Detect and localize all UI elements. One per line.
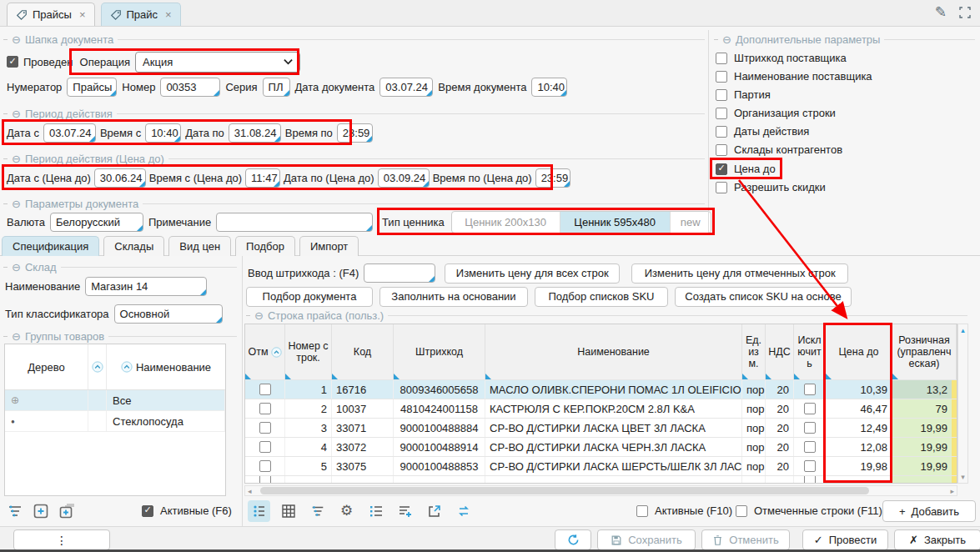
row-exclude-checkbox[interactable] (804, 441, 816, 453)
checkbox[interactable] (716, 126, 727, 138)
row-mark-checkbox[interactable] (259, 476, 271, 483)
horizontal-scrollbar[interactable]: ◂ ▸ (244, 485, 957, 496)
row-exclude-checkbox[interactable] (804, 460, 816, 472)
col-name[interactable]: Наименование (485, 324, 742, 379)
posted-checkbox[interactable] (7, 56, 18, 68)
open-external-icon[interactable] (423, 500, 445, 522)
settings-gear-icon[interactable]: ⚙ (335, 500, 358, 522)
row-mark-checkbox[interactable] (259, 441, 271, 453)
param-org-line[interactable]: Организация строки (716, 106, 836, 120)
numerator-field[interactable]: Прайсы (67, 78, 117, 97)
row-mark-checkbox[interactable] (259, 384, 271, 395)
sort-asc-icon[interactable] (88, 344, 107, 389)
date-from-pt-field[interactable]: 30.06.24 (94, 168, 146, 188)
scroll-left-icon[interactable]: ◂ (248, 487, 252, 495)
tab-import[interactable]: Импорт (299, 236, 359, 256)
repeat-icon[interactable] (452, 500, 475, 522)
col-barcode[interactable]: Штрихкод (394, 324, 485, 379)
save-button[interactable]: Сохранить (597, 529, 696, 550)
param-supplier-barcode[interactable]: Штрихкод поставщика (716, 51, 847, 65)
row-exclude-checkbox[interactable] (804, 384, 816, 395)
refresh-button[interactable] (555, 529, 591, 550)
group-row-glassware[interactable]: ● Стеклопосуда (5, 411, 225, 432)
tree-expand-icon[interactable]: ⊕ (11, 394, 19, 406)
collapse-icon[interactable]: ⊖ (12, 198, 21, 209)
change-price-all-button[interactable]: Изменить цену для всех строк (445, 263, 620, 284)
tab-prais[interactable]: Прайс × (101, 3, 181, 26)
param-supplier-name[interactable]: Наименование поставщика (716, 69, 872, 83)
grid-view-icon[interactable] (277, 500, 299, 522)
checkbox[interactable] (716, 144, 727, 156)
more-menu-button[interactable]: ⋮ (13, 529, 110, 550)
fill-based-on-button[interactable]: Заполнить на основании (379, 287, 528, 307)
collapse-icon[interactable]: ⊖ (254, 310, 264, 321)
col-price-to[interactable]: Цена до (826, 324, 892, 379)
param-counterparty-warehouses[interactable]: Склады контрагентов (716, 143, 842, 157)
close-icon[interactable]: × (165, 8, 172, 21)
checkbox[interactable] (636, 505, 648, 517)
price-tag-option-595x480[interactable]: Ценник 595x480 (560, 212, 671, 233)
col-name-header[interactable]: Наименование (107, 344, 225, 389)
edit-pencil-icon[interactable]: ✎ (935, 3, 947, 21)
date-from-field[interactable]: 03.07.24 (43, 123, 96, 143)
classifier-field[interactable]: Основной (114, 304, 223, 324)
close-button[interactable]: ✗ Закрыть (894, 529, 980, 550)
doc-date-field[interactable]: 03.07.24 (379, 78, 433, 97)
table-row[interactable]: 4 33072 9000100488914 СР-ВО Д/СТИРКИ ЛАС… (245, 437, 957, 456)
table-row[interactable]: 1 16716 8009346005658 МАСЛО ОЛИВК.СПЕРОН… (245, 379, 957, 399)
note-field[interactable] (216, 213, 373, 232)
tab-specification[interactable]: Спецификация (2, 236, 99, 256)
col-unit[interactable]: Ед. изм. (742, 324, 766, 379)
time-to-pt-field[interactable]: 23:59 (535, 168, 570, 188)
tab-price-types[interactable]: Вид цен (168, 236, 231, 256)
add-item-icon[interactable] (33, 503, 49, 519)
expand-icon[interactable] (958, 6, 972, 19)
operation-select[interactable]: Акция (135, 52, 300, 73)
tab-warehouses[interactable]: Склады (103, 236, 164, 256)
add-group-icon[interactable] (58, 503, 77, 519)
col-row-num[interactable]: Номер строк. (285, 324, 332, 379)
tab-selection[interactable]: Подбор (235, 236, 295, 256)
table-row[interactable]: 2 10037 4810424001158 КАСТРЮЛЯ С КЕР.ПОК… (245, 399, 957, 418)
table-row[interactable]: 3 33071 9000100488884 СР-ВО Д/СТИРКИ ЛАС… (245, 418, 957, 437)
date-to-pt-field[interactable]: 03.09.24 (378, 168, 430, 188)
collapse-icon[interactable]: ⊖ (12, 108, 21, 119)
groups-active-filter[interactable]: Активные (F6) (142, 504, 232, 518)
number-field[interactable]: 00353 (160, 78, 220, 97)
collapse-icon[interactable]: ⊖ (12, 331, 21, 342)
col-code[interactable]: Код (332, 324, 394, 379)
change-price-marked-button[interactable]: Изменить цену для отмеченных строк (631, 263, 848, 284)
add-button[interactable]: + Добавить (882, 500, 976, 522)
col-tree-header[interactable]: Дерево (5, 344, 88, 389)
currency-field[interactable]: Белорусский (50, 213, 143, 232)
series-field[interactable]: ПЛ (263, 78, 290, 97)
row-mark-checkbox[interactable] (259, 460, 271, 472)
param-batch[interactable]: Партия (716, 88, 771, 102)
scrollbar-thumb[interactable] (260, 487, 869, 494)
scroll-right-icon[interactable]: ▸ (950, 487, 954, 495)
vertical-scrollbar[interactable]: ▴ ▾ (957, 324, 968, 484)
checkbox[interactable] (716, 71, 727, 83)
list-view-icon[interactable] (248, 500, 270, 522)
param-allow-discounts[interactable]: Разрешить скидки (716, 180, 826, 194)
tab-praisy[interactable]: Прайсы × (7, 3, 95, 26)
create-sku-list-button[interactable]: Создать список SKU на основе (675, 287, 852, 307)
numbered-list-icon[interactable] (364, 500, 387, 522)
date-to-field[interactable]: 31.08.24 (229, 123, 281, 143)
col-retail[interactable]: Розничная (управленческая) (892, 324, 957, 379)
collapse-icon[interactable]: ⊖ (722, 34, 731, 45)
collapse-icon[interactable]: ⊖ (12, 34, 21, 45)
row-mark-checkbox[interactable] (259, 422, 271, 434)
close-icon[interactable]: × (79, 8, 86, 21)
collapse-icon[interactable]: ⊖ (12, 153, 21, 164)
time-from-pt-field[interactable]: 11:47 (245, 168, 280, 188)
add-row-icon[interactable] (394, 500, 416, 522)
warehouse-name-field[interactable]: Магазин 14 (85, 277, 207, 296)
param-action-dates[interactable]: Даты действия (716, 124, 809, 138)
col-exclude[interactable]: Исключить (794, 324, 826, 379)
pick-sku-lists-button[interactable]: Подбор списков SKU (535, 287, 668, 307)
marked-rows-filter[interactable]: Отмеченные строки (F11) (736, 504, 882, 518)
scroll-up-icon[interactable]: ▴ (961, 326, 965, 334)
time-from-field[interactable]: 10:40 (145, 123, 181, 143)
active-rows-filter[interactable]: Активные (F10) (636, 504, 732, 518)
